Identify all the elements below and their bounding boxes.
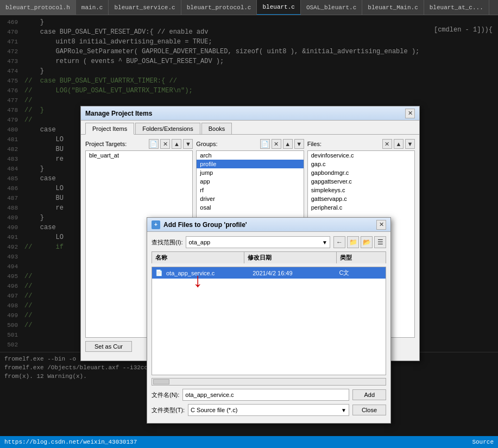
file-table: 📄 ota_app_service.c 2021/4/2 16:49 C文 ↑ <box>152 267 386 375</box>
file-item-peripheral[interactable]: peripheral.c <box>308 203 414 212</box>
addfiles-body: 查找范围(I): ota_app ▼ ← 📁 📂 ☰ 名称 修改日期 类型 📄 … <box>147 232 390 420</box>
files-del-btn[interactable]: ✕ <box>382 139 392 149</box>
manage-dialog-tabs: Project Items Folders/Extensions Books <box>81 121 419 135</box>
file-item-simplekeys[interactable]: simplekeys.c <box>308 186 414 194</box>
search-label: 查找范围(I): <box>152 238 182 247</box>
file-item-devinfoservice[interactable]: devinfoservice.c <box>308 151 414 160</box>
filename-input[interactable] <box>182 389 349 401</box>
tab-bleuart-protocol-h[interactable]: bleuart_protocol.h <box>0 0 76 15</box>
tab-project-items[interactable]: Project Items <box>85 123 134 135</box>
tab-osal-bleuart-c[interactable]: OSAL_bleuart.c <box>301 0 362 15</box>
addfiles-titlebar: + Add Files to Group 'profile' ✕ <box>147 218 390 232</box>
file-item-gattservapp[interactable]: gattservapp.c <box>308 194 414 203</box>
back-button[interactable]: ← <box>333 236 345 248</box>
file-table-header: 名称 修改日期 类型 <box>152 251 386 263</box>
close-button[interactable]: Close <box>352 405 386 415</box>
files-label: Files: <box>307 141 381 147</box>
col-date-header: 修改日期 <box>244 252 337 263</box>
filetype-row: 文件类型(T): C Source file (*.c) ▼ Close <box>152 404 386 416</box>
groups-del-btn[interactable]: ✕ <box>272 139 281 149</box>
tab-main-c[interactable]: main.c <box>76 0 109 15</box>
file-item-gapbondmgr[interactable]: gapbondmgr.c <box>308 168 414 177</box>
manage-dialog-close-button[interactable]: ✕ <box>405 109 415 118</box>
filename-label: 文件名(N): <box>152 391 179 399</box>
file-row-ota-app-service[interactable]: 📄 ota_app_service.c 2021/4/2 16:49 C文 <box>152 267 386 279</box>
addfiles-close-x-button[interactable]: ✕ <box>376 220 386 230</box>
file-icon: 📄 <box>155 269 164 276</box>
tab-folders-extensions[interactable]: Folders/Extensions <box>135 123 200 134</box>
tab-bleuart-main-c[interactable]: bleuart_Main.c <box>362 0 424 15</box>
tab-books[interactable]: Books <box>201 123 232 134</box>
groups-add-btn[interactable]: 📄 <box>260 139 270 149</box>
filetype-label: 文件类型(T): <box>152 406 185 414</box>
search-combo[interactable]: ota_app ▼ <box>186 236 330 248</box>
manage-dialog-titlebar: Manage Project Items ✕ <box>81 106 419 121</box>
search-combo-value: ota_app <box>188 239 210 245</box>
col-name-header: 名称 <box>152 252 244 263</box>
tab-bleuart-service-c[interactable]: bleuart_service.c <box>109 0 181 15</box>
target-item-ble-uart[interactable]: ble_uart_at <box>86 151 192 160</box>
set-as-current-button[interactable]: Set as Cur <box>85 341 132 352</box>
file-type: C文 <box>339 269 382 277</box>
targets-down-btn[interactable]: ▼ <box>183 139 193 149</box>
group-item-arch[interactable]: arch <box>197 151 303 160</box>
new-folder-button[interactable]: 📂 <box>361 236 373 248</box>
tab-bleuart-at-c[interactable]: bleuart_at_c... <box>424 0 489 15</box>
file-item-gap[interactable]: gap.c <box>308 160 414 168</box>
status-url: https://blog.csdn.net/weixin_43030137 <box>4 439 137 445</box>
file-item-gapgattserver[interactable]: gapgattserver.c <box>308 177 414 186</box>
addfiles-icon: + <box>152 220 160 229</box>
file-date: 2021/4/2 16:49 <box>253 270 339 276</box>
files-down-btn[interactable]: ▼ <box>405 139 415 149</box>
groups-up-btn[interactable]: ▲ <box>283 139 293 149</box>
group-item-osal[interactable]: osal <box>197 203 303 212</box>
view-button[interactable]: ☰ <box>374 236 386 248</box>
targets-label: Project Targets: <box>85 141 147 147</box>
add-button[interactable]: Add <box>352 389 386 400</box>
targets-header: Project Targets: 📄 ✕ ▲ ▼ <box>85 139 193 149</box>
group-item-jump[interactable]: jump <box>197 168 303 177</box>
group-item-app[interactable]: app <box>197 177 303 186</box>
addfiles-title-left: + Add Files to Group 'profile' <box>152 220 247 229</box>
tab-bleuart-protocol-c[interactable]: bleuart_protocol.c <box>181 0 257 15</box>
group-item-profile[interactable]: profile <box>197 160 303 168</box>
search-combo-arrow-icon: ▼ <box>322 239 327 245</box>
groups-header: Groups: 📄 ✕ ▲ ▼ <box>196 139 304 149</box>
file-name: ota_app_service.c <box>166 270 253 276</box>
horizontal-scrollbar[interactable] <box>152 378 386 386</box>
group-item-rf[interactable]: rf <box>197 186 303 194</box>
files-up-btn[interactable]: ▲ <box>394 139 404 149</box>
search-row: 查找范围(I): ota_app ▼ ← 📁 📂 ☰ <box>152 236 386 248</box>
col-type-header: 类型 <box>337 252 386 263</box>
filetype-combo-arrow-icon: ▼ <box>341 407 346 413</box>
tab-bleuart-c[interactable]: bleuart.c <box>257 0 300 15</box>
groups-down-btn[interactable]: ▼ <box>294 139 304 149</box>
targets-up-btn[interactable]: ▲ <box>172 139 181 149</box>
files-header: Files: ✕ ▲ ▼ <box>307 139 415 149</box>
status-source: Source <box>472 439 494 445</box>
status-bar: https://blog.csdn.net/weixin_43030137 So… <box>0 436 498 448</box>
tab-bar: bleuart_protocol.h main.c bleuart_servic… <box>0 0 498 15</box>
scrollbar-thumb[interactable] <box>153 379 169 384</box>
filetype-combo[interactable]: C Source file (*.c) ▼ <box>188 404 349 416</box>
targets-add-btn[interactable]: 📄 <box>149 139 159 149</box>
addfiles-title: Add Files to Group 'profile' <box>163 221 247 229</box>
folder-button[interactable]: 📁 <box>347 236 359 248</box>
targets-del-btn[interactable]: ✕ <box>160 139 170 149</box>
groups-label: Groups: <box>196 141 258 147</box>
manage-dialog-title: Manage Project Items <box>85 110 152 117</box>
filename-row: 文件名(N): Add <box>152 389 386 401</box>
add-files-dialog: + Add Files to Group 'profile' ✕ 查找范围(I)… <box>147 217 391 424</box>
group-item-driver[interactable]: driver <box>197 194 303 203</box>
filetype-combo-value: C Source file (*.c) <box>191 407 237 413</box>
nav-buttons: ← 📁 📂 ☰ <box>333 236 386 248</box>
arrow-indicator-icon: ↑ <box>193 273 203 293</box>
